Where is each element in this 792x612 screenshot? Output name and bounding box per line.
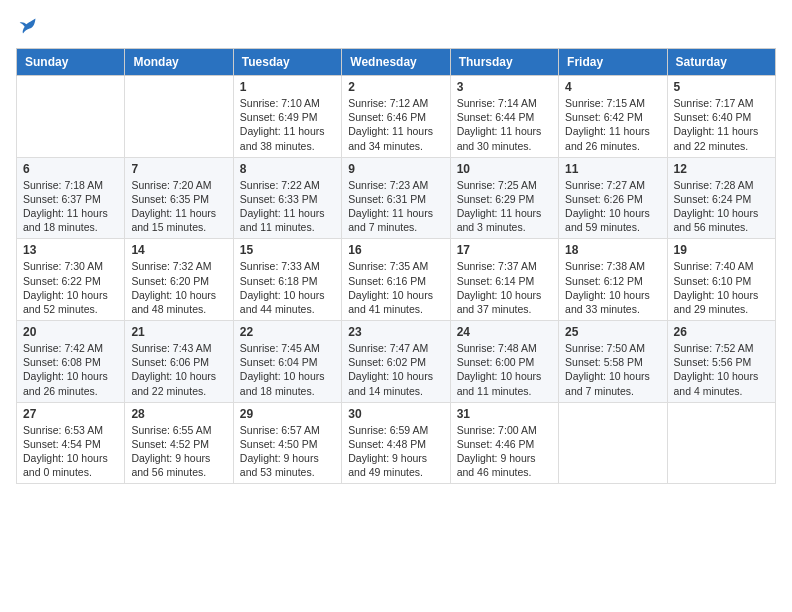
- calendar-cell: 21Sunrise: 7:43 AMSunset: 6:06 PMDayligh…: [125, 321, 233, 403]
- calendar-cell: 25Sunrise: 7:50 AMSunset: 5:58 PMDayligh…: [559, 321, 667, 403]
- calendar-cell: 22Sunrise: 7:45 AMSunset: 6:04 PMDayligh…: [233, 321, 341, 403]
- day-number: 17: [457, 243, 552, 257]
- cell-content: Sunrise: 6:59 AMSunset: 4:48 PMDaylight:…: [348, 423, 443, 480]
- day-number: 16: [348, 243, 443, 257]
- cell-content: Sunrise: 7:43 AMSunset: 6:06 PMDaylight:…: [131, 341, 226, 398]
- calendar-week-row: 1Sunrise: 7:10 AMSunset: 6:49 PMDaylight…: [17, 76, 776, 158]
- day-number: 10: [457, 162, 552, 176]
- cell-content: Sunrise: 7:10 AMSunset: 6:49 PMDaylight:…: [240, 96, 335, 153]
- day-header-tuesday: Tuesday: [233, 49, 341, 76]
- calendar-cell: 16Sunrise: 7:35 AMSunset: 6:16 PMDayligh…: [342, 239, 450, 321]
- calendar-cell: 27Sunrise: 6:53 AMSunset: 4:54 PMDayligh…: [17, 402, 125, 484]
- calendar-cell: 11Sunrise: 7:27 AMSunset: 6:26 PMDayligh…: [559, 157, 667, 239]
- calendar-cell: [125, 76, 233, 158]
- calendar-cell: 10Sunrise: 7:25 AMSunset: 6:29 PMDayligh…: [450, 157, 558, 239]
- day-number: 31: [457, 407, 552, 421]
- day-number: 2: [348, 80, 443, 94]
- logo: [16, 16, 38, 36]
- cell-content: Sunrise: 7:33 AMSunset: 6:18 PMDaylight:…: [240, 259, 335, 316]
- cell-content: Sunrise: 7:28 AMSunset: 6:24 PMDaylight:…: [674, 178, 769, 235]
- day-header-saturday: Saturday: [667, 49, 775, 76]
- cell-content: Sunrise: 7:12 AMSunset: 6:46 PMDaylight:…: [348, 96, 443, 153]
- day-number: 28: [131, 407, 226, 421]
- day-number: 22: [240, 325, 335, 339]
- day-number: 18: [565, 243, 660, 257]
- day-number: 24: [457, 325, 552, 339]
- calendar-cell: 2Sunrise: 7:12 AMSunset: 6:46 PMDaylight…: [342, 76, 450, 158]
- day-number: 29: [240, 407, 335, 421]
- day-number: 8: [240, 162, 335, 176]
- page-header: [16, 16, 776, 36]
- cell-content: Sunrise: 7:52 AMSunset: 5:56 PMDaylight:…: [674, 341, 769, 398]
- calendar-week-row: 6Sunrise: 7:18 AMSunset: 6:37 PMDaylight…: [17, 157, 776, 239]
- day-number: 14: [131, 243, 226, 257]
- calendar-cell: 20Sunrise: 7:42 AMSunset: 6:08 PMDayligh…: [17, 321, 125, 403]
- cell-content: Sunrise: 7:50 AMSunset: 5:58 PMDaylight:…: [565, 341, 660, 398]
- cell-content: Sunrise: 6:53 AMSunset: 4:54 PMDaylight:…: [23, 423, 118, 480]
- calendar-table: SundayMondayTuesdayWednesdayThursdayFrid…: [16, 48, 776, 484]
- cell-content: Sunrise: 7:00 AMSunset: 4:46 PMDaylight:…: [457, 423, 552, 480]
- cell-content: Sunrise: 7:20 AMSunset: 6:35 PMDaylight:…: [131, 178, 226, 235]
- cell-content: Sunrise: 7:37 AMSunset: 6:14 PMDaylight:…: [457, 259, 552, 316]
- cell-content: Sunrise: 7:15 AMSunset: 6:42 PMDaylight:…: [565, 96, 660, 153]
- day-header-thursday: Thursday: [450, 49, 558, 76]
- day-header-monday: Monday: [125, 49, 233, 76]
- day-number: 25: [565, 325, 660, 339]
- calendar-cell: 15Sunrise: 7:33 AMSunset: 6:18 PMDayligh…: [233, 239, 341, 321]
- cell-content: Sunrise: 7:32 AMSunset: 6:20 PMDaylight:…: [131, 259, 226, 316]
- calendar-cell: 7Sunrise: 7:20 AMSunset: 6:35 PMDaylight…: [125, 157, 233, 239]
- cell-content: Sunrise: 7:48 AMSunset: 6:00 PMDaylight:…: [457, 341, 552, 398]
- day-header-wednesday: Wednesday: [342, 49, 450, 76]
- cell-content: Sunrise: 7:30 AMSunset: 6:22 PMDaylight:…: [23, 259, 118, 316]
- cell-content: Sunrise: 7:17 AMSunset: 6:40 PMDaylight:…: [674, 96, 769, 153]
- day-number: 4: [565, 80, 660, 94]
- calendar-cell: 9Sunrise: 7:23 AMSunset: 6:31 PMDaylight…: [342, 157, 450, 239]
- cell-content: Sunrise: 7:18 AMSunset: 6:37 PMDaylight:…: [23, 178, 118, 235]
- day-number: 23: [348, 325, 443, 339]
- calendar-cell: 6Sunrise: 7:18 AMSunset: 6:37 PMDaylight…: [17, 157, 125, 239]
- day-number: 6: [23, 162, 118, 176]
- day-number: 13: [23, 243, 118, 257]
- day-number: 26: [674, 325, 769, 339]
- day-number: 7: [131, 162, 226, 176]
- calendar-cell: 5Sunrise: 7:17 AMSunset: 6:40 PMDaylight…: [667, 76, 775, 158]
- calendar-week-row: 27Sunrise: 6:53 AMSunset: 4:54 PMDayligh…: [17, 402, 776, 484]
- calendar-cell: 13Sunrise: 7:30 AMSunset: 6:22 PMDayligh…: [17, 239, 125, 321]
- cell-content: Sunrise: 7:14 AMSunset: 6:44 PMDaylight:…: [457, 96, 552, 153]
- cell-content: Sunrise: 7:27 AMSunset: 6:26 PMDaylight:…: [565, 178, 660, 235]
- cell-content: Sunrise: 7:23 AMSunset: 6:31 PMDaylight:…: [348, 178, 443, 235]
- cell-content: Sunrise: 6:55 AMSunset: 4:52 PMDaylight:…: [131, 423, 226, 480]
- day-number: 11: [565, 162, 660, 176]
- day-header-friday: Friday: [559, 49, 667, 76]
- calendar-cell: 28Sunrise: 6:55 AMSunset: 4:52 PMDayligh…: [125, 402, 233, 484]
- cell-content: Sunrise: 7:40 AMSunset: 6:10 PMDaylight:…: [674, 259, 769, 316]
- day-number: 1: [240, 80, 335, 94]
- calendar-cell: 12Sunrise: 7:28 AMSunset: 6:24 PMDayligh…: [667, 157, 775, 239]
- calendar-cell: 1Sunrise: 7:10 AMSunset: 6:49 PMDaylight…: [233, 76, 341, 158]
- calendar-cell: 29Sunrise: 6:57 AMSunset: 4:50 PMDayligh…: [233, 402, 341, 484]
- calendar-cell: 4Sunrise: 7:15 AMSunset: 6:42 PMDaylight…: [559, 76, 667, 158]
- calendar-cell: 18Sunrise: 7:38 AMSunset: 6:12 PMDayligh…: [559, 239, 667, 321]
- cell-content: Sunrise: 7:25 AMSunset: 6:29 PMDaylight:…: [457, 178, 552, 235]
- calendar-cell: 8Sunrise: 7:22 AMSunset: 6:33 PMDaylight…: [233, 157, 341, 239]
- calendar-cell: 30Sunrise: 6:59 AMSunset: 4:48 PMDayligh…: [342, 402, 450, 484]
- cell-content: Sunrise: 7:38 AMSunset: 6:12 PMDaylight:…: [565, 259, 660, 316]
- calendar-week-row: 13Sunrise: 7:30 AMSunset: 6:22 PMDayligh…: [17, 239, 776, 321]
- day-number: 5: [674, 80, 769, 94]
- cell-content: Sunrise: 7:42 AMSunset: 6:08 PMDaylight:…: [23, 341, 118, 398]
- cell-content: Sunrise: 6:57 AMSunset: 4:50 PMDaylight:…: [240, 423, 335, 480]
- calendar-cell: [667, 402, 775, 484]
- day-number: 3: [457, 80, 552, 94]
- day-number: 15: [240, 243, 335, 257]
- cell-content: Sunrise: 7:35 AMSunset: 6:16 PMDaylight:…: [348, 259, 443, 316]
- calendar-cell: 31Sunrise: 7:00 AMSunset: 4:46 PMDayligh…: [450, 402, 558, 484]
- cell-content: Sunrise: 7:47 AMSunset: 6:02 PMDaylight:…: [348, 341, 443, 398]
- day-number: 19: [674, 243, 769, 257]
- calendar-cell: 24Sunrise: 7:48 AMSunset: 6:00 PMDayligh…: [450, 321, 558, 403]
- day-number: 27: [23, 407, 118, 421]
- calendar-cell: 3Sunrise: 7:14 AMSunset: 6:44 PMDaylight…: [450, 76, 558, 158]
- calendar-cell: 19Sunrise: 7:40 AMSunset: 6:10 PMDayligh…: [667, 239, 775, 321]
- calendar-cell: 14Sunrise: 7:32 AMSunset: 6:20 PMDayligh…: [125, 239, 233, 321]
- day-number: 21: [131, 325, 226, 339]
- day-number: 9: [348, 162, 443, 176]
